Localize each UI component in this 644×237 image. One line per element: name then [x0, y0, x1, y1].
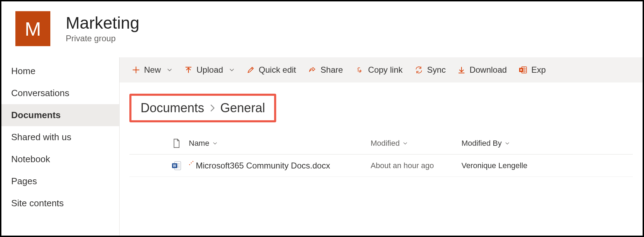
upload-icon	[185, 66, 192, 74]
sidebar: Home Conversations Documents Shared with…	[1, 57, 120, 236]
sidebar-item-documents[interactable]: Documents	[1, 104, 119, 126]
chevron-down-icon	[229, 67, 235, 73]
quick-edit-button[interactable]: Quick edit	[247, 65, 296, 75]
list-header: Name Modified Modified By	[129, 132, 633, 155]
sidebar-item-label: Home	[11, 66, 35, 76]
breadcrumb: Documents General	[129, 94, 276, 122]
sync-icon	[415, 66, 423, 74]
excel-icon	[519, 66, 527, 74]
chevron-down-icon	[402, 141, 408, 146]
file-icon	[173, 138, 180, 148]
toolbar-label: Share	[321, 65, 343, 75]
col-label: Modified	[371, 139, 400, 148]
toolbar-label: Copy link	[368, 65, 403, 75]
svg-rect-3	[172, 163, 177, 168]
toolbar-label: Quick edit	[259, 65, 296, 75]
toolbar: New Upload Quick edit	[120, 57, 643, 82]
site-subtitle: Private group	[66, 34, 139, 43]
chevron-down-icon	[166, 67, 173, 73]
new-button[interactable]: New	[132, 65, 173, 75]
col-label: Modified By	[461, 139, 502, 148]
download-button[interactable]: Download	[458, 65, 507, 75]
sidebar-item-pages[interactable]: Pages	[1, 170, 119, 192]
sync-button[interactable]: Sync	[415, 65, 446, 75]
col-modified-header[interactable]: Modified	[371, 139, 461, 148]
site-header: M Marketing Private group	[1, 1, 643, 57]
sidebar-item-label: Site contents	[11, 198, 64, 208]
table-row[interactable]: ⋰ Microsoft365 Community Docs.docx About…	[129, 155, 633, 177]
sidebar-item-conversations[interactable]: Conversations	[1, 82, 119, 104]
col-modified-by-header[interactable]: Modified By	[461, 139, 594, 148]
copy-link-button[interactable]: Copy link	[355, 65, 403, 75]
sidebar-item-home[interactable]: Home	[1, 60, 119, 82]
site-title-wrap: Marketing Private group	[66, 14, 139, 44]
col-label: Name	[189, 139, 209, 148]
chevron-down-icon	[505, 141, 510, 146]
plus-icon	[132, 66, 140, 74]
row-modified: About an hour ago	[371, 161, 461, 170]
link-icon	[355, 66, 364, 74]
sidebar-item-site-contents[interactable]: Site contents	[1, 192, 119, 214]
export-button[interactable]: Exp	[519, 65, 546, 75]
sidebar-item-label: Notebook	[11, 154, 50, 164]
toolbar-label: Exp	[531, 65, 546, 75]
toolbar-label: Sync	[427, 65, 446, 75]
chevron-right-icon	[209, 103, 215, 113]
sidebar-item-shared-with-us[interactable]: Shared with us	[1, 126, 119, 148]
breadcrumb-wrap: Documents General	[120, 82, 643, 132]
document-list: Name Modified Modified By	[120, 132, 643, 177]
site-title: Marketing	[66, 14, 139, 33]
body-wrap: Home Conversations Documents Shared with…	[1, 57, 643, 236]
row-name[interactable]: ⋰ Microsoft365 Community Docs.docx	[189, 161, 371, 171]
chevron-down-icon	[212, 141, 218, 146]
toolbar-label: Download	[470, 65, 507, 75]
share-icon	[308, 66, 316, 74]
sidebar-item-label: Pages	[11, 176, 37, 186]
upload-button[interactable]: Upload	[185, 65, 235, 75]
site-logo: M	[15, 11, 50, 46]
col-name-header[interactable]: Name	[189, 139, 371, 148]
sidebar-item-label: Shared with us	[11, 132, 71, 142]
site-logo-letter: M	[25, 17, 41, 40]
toolbar-label: New	[144, 65, 161, 75]
file-name: Microsoft365 Community Docs.docx	[196, 161, 330, 171]
breadcrumb-root[interactable]: Documents	[141, 101, 204, 115]
toolbar-label: Upload	[196, 65, 223, 75]
row-file-type	[164, 160, 189, 171]
share-button[interactable]: Share	[308, 65, 343, 75]
new-indicator-icon: ⋰	[189, 160, 194, 166]
sidebar-item-label: Documents	[11, 110, 61, 120]
main: New Upload Quick edit	[120, 57, 643, 236]
pencil-icon	[247, 66, 255, 74]
download-icon	[458, 66, 465, 74]
row-modified-by: Veronique Lengelle	[461, 161, 594, 170]
col-file-type[interactable]	[164, 138, 189, 148]
word-doc-icon	[171, 160, 182, 171]
sidebar-item-label: Conversations	[11, 88, 69, 98]
sidebar-item-notebook[interactable]: Notebook	[1, 148, 119, 170]
breadcrumb-current: General	[220, 101, 265, 115]
